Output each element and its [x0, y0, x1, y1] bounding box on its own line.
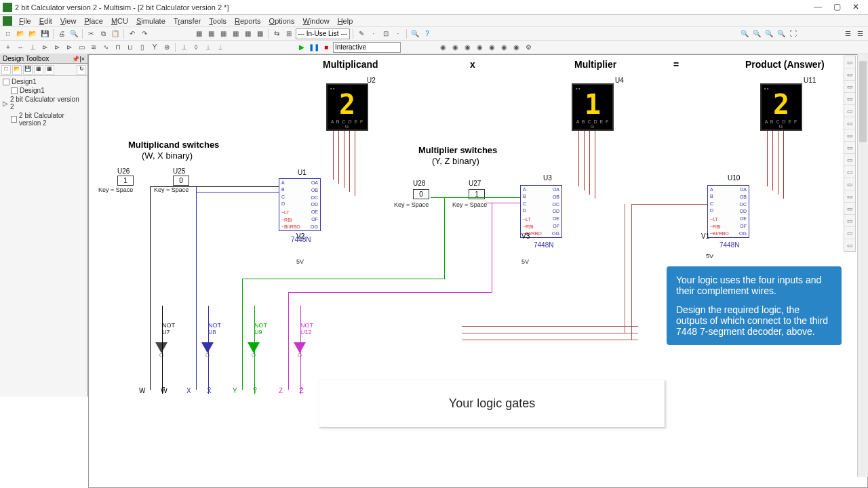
tb-refresh-icon[interactable]: ↻: [77, 65, 86, 75]
sim3-icon[interactable]: ◉: [462, 42, 473, 53]
list2-icon[interactable]: ☰: [854, 28, 865, 39]
rtool-2[interactable]: ▭: [844, 68, 855, 81]
menu-options[interactable]: Options: [265, 17, 299, 25]
comp8-icon[interactable]: ≋: [88, 42, 99, 53]
zoomfit-icon[interactable]: 🔍: [764, 28, 774, 39]
sim1-icon[interactable]: ◉: [437, 42, 448, 53]
switch-u28[interactable]: 0: [413, 189, 429, 199]
grid2-icon[interactable]: ▦: [205, 28, 216, 39]
tool-c-icon[interactable]: ✎: [356, 28, 367, 39]
menu-window[interactable]: Window: [298, 17, 333, 25]
switch-u25[interactable]: 0: [173, 176, 189, 186]
tb-b-icon[interactable]: ▦: [45, 65, 54, 75]
toolbox-pin-icon[interactable]: 📌|×: [72, 56, 85, 62]
grid1-icon[interactable]: ▦: [193, 28, 204, 39]
save-icon[interactable]: 💾: [39, 28, 50, 39]
menu-tools[interactable]: Tools: [205, 17, 231, 25]
comp4-icon[interactable]: ⊳: [39, 42, 50, 53]
sim6-icon[interactable]: ◉: [498, 42, 509, 53]
sim4-icon[interactable]: ◉: [474, 42, 485, 53]
comp1-icon[interactable]: +: [3, 42, 14, 53]
paste-icon[interactable]: 📋: [110, 28, 121, 39]
rtool-10[interactable]: ▭: [844, 166, 855, 178]
open-icon[interactable]: 📂: [15, 28, 26, 39]
undo-icon[interactable]: ↶: [127, 28, 138, 39]
menu-simulate[interactable]: Simulate: [132, 17, 170, 25]
comp2-icon[interactable]: ↔: [15, 42, 26, 53]
rtool-8[interactable]: ▭: [844, 142, 855, 154]
play-icon[interactable]: ▶: [296, 42, 307, 53]
tree-design1-sheet[interactable]: Design1: [3, 86, 85, 95]
menu-place[interactable]: Place: [80, 17, 107, 25]
rtool-15[interactable]: ▭: [844, 227, 855, 239]
comp12-icon[interactable]: ▯: [137, 42, 148, 53]
help-icon[interactable]: ?: [422, 28, 433, 39]
comp7-icon[interactable]: ▭: [76, 42, 87, 53]
tb-open-icon[interactable]: 📂: [12, 65, 22, 75]
grid6-icon[interactable]: ▦: [254, 28, 265, 39]
menu-help[interactable]: Help: [334, 17, 357, 25]
comp3-icon[interactable]: ⊥: [27, 42, 38, 53]
stop-icon[interactable]: ■: [321, 42, 332, 53]
sim7-icon[interactable]: ◉: [511, 42, 521, 53]
tree-calc[interactable]: ▷ 2 bit Calculator version 2: [3, 95, 85, 111]
grid5-icon[interactable]: ▦: [242, 28, 253, 39]
rtool-12[interactable]: ▭: [844, 190, 855, 203]
menu-file[interactable]: File: [15, 17, 35, 25]
zoomout-icon[interactable]: 🔍: [751, 28, 762, 39]
open2-icon[interactable]: 📂: [27, 28, 38, 39]
minimize-button[interactable]: —: [808, 1, 827, 14]
fullscreen-icon[interactable]: ⛶: [788, 28, 799, 39]
menu-transfer[interactable]: Transfer: [170, 17, 205, 25]
print-icon[interactable]: 🖨: [56, 28, 67, 39]
rtool-5[interactable]: ▭: [844, 105, 855, 117]
tree-calc-sheet[interactable]: 2 bit Calculator version 2: [3, 111, 85, 127]
rtool-9[interactable]: ▭: [844, 154, 855, 166]
pause-icon[interactable]: ❚❚: [309, 42, 319, 53]
comp6-icon[interactable]: ⊳: [64, 42, 75, 53]
grid4-icon[interactable]: ▦: [230, 28, 241, 39]
gear-icon[interactable]: ⚙: [523, 42, 534, 53]
schematic-canvas[interactable]: Multiplicand x Multiplier = Product (Ans…: [88, 54, 868, 488]
list1-icon[interactable]: ☰: [842, 28, 853, 39]
rtool-7[interactable]: ▭: [844, 129, 855, 142]
rtool-6[interactable]: ▭: [844, 117, 855, 129]
menu-edit[interactable]: Edit: [35, 17, 56, 25]
new-icon[interactable]: □: [3, 28, 14, 39]
zoomin-icon[interactable]: 🔍: [739, 28, 750, 39]
sim2-icon[interactable]: ◉: [450, 42, 460, 53]
redo-icon[interactable]: ↷: [139, 28, 150, 39]
tool-d-icon[interactable]: ·: [368, 28, 379, 39]
tool-a-icon[interactable]: ⇆: [271, 28, 282, 39]
tool-e-icon[interactable]: ⊡: [380, 28, 391, 39]
comp14-icon[interactable]: ⊕: [161, 42, 172, 53]
maximize-button[interactable]: ▢: [827, 1, 846, 14]
copy-icon[interactable]: ⧉: [98, 28, 108, 39]
comp10-icon[interactable]: ⊓: [113, 42, 123, 53]
rtool-16[interactable]: ▭: [844, 239, 855, 251]
comp17-icon[interactable]: ⟂: [203, 42, 214, 53]
comp11-icon[interactable]: ⊔: [125, 42, 136, 53]
rtool-4[interactable]: ▭: [844, 93, 855, 105]
rtool-3[interactable]: ▭: [844, 81, 855, 93]
comp16-icon[interactable]: ◊: [191, 42, 201, 53]
sim-combo[interactable]: Interactive: [333, 42, 401, 53]
tool-b-icon[interactable]: ⊞: [283, 28, 294, 39]
switch-u26[interactable]: 1: [117, 176, 134, 186]
preview-icon[interactable]: 🔍: [68, 28, 79, 39]
tb-new-icon[interactable]: □: [1, 65, 11, 75]
grid3-icon[interactable]: ▦: [218, 28, 229, 39]
comp9-icon[interactable]: ∿: [100, 42, 111, 53]
menu-reports[interactable]: Reports: [231, 17, 265, 25]
tb-save-icon[interactable]: 💾: [23, 65, 33, 75]
vertical-scrollbar[interactable]: [857, 54, 868, 477]
sim5-icon[interactable]: ◉: [486, 42, 497, 53]
rtool-13[interactable]: ▭: [844, 203, 855, 215]
cut-icon[interactable]: ✂: [85, 28, 96, 39]
comp5-icon[interactable]: ⊳: [52, 42, 62, 53]
comp15-icon[interactable]: ⊥: [178, 42, 189, 53]
comp13-icon[interactable]: Y: [149, 42, 160, 53]
tb-a-icon[interactable]: ▦: [34, 65, 43, 75]
inuse-combo[interactable]: --- In-Use List ---: [296, 28, 350, 39]
rtool-11[interactable]: ▭: [844, 178, 855, 190]
